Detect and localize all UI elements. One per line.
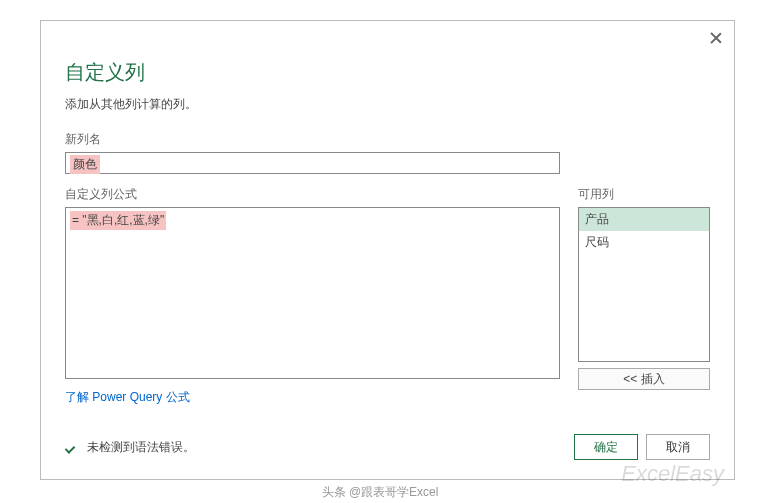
list-item[interactable]: 产品 — [579, 208, 709, 231]
ok-button[interactable]: 确定 — [574, 434, 638, 460]
status-message: 未检测到语法错误。 — [65, 439, 195, 456]
dialog-title: 自定义列 — [65, 59, 710, 86]
dialog-subtitle: 添加从其他列计算的列。 — [65, 96, 710, 113]
check-icon — [65, 440, 79, 454]
new-column-name-input[interactable]: 颜色 — [65, 152, 560, 174]
formula-value: = "黑,白,红,蓝,绿" — [70, 211, 166, 230]
custom-column-dialog: 自定义列 添加从其他列计算的列。 新列名 颜色 自定义列公式 = "黑,白,红,… — [40, 20, 735, 480]
available-columns-label: 可用列 — [578, 186, 710, 203]
available-columns-list[interactable]: 产品 尺码 — [578, 207, 710, 362]
close-icon[interactable] — [708, 31, 724, 47]
formula-label: 自定义列公式 — [65, 186, 560, 203]
attribution: 头条 @跟表哥学Excel — [0, 484, 760, 501]
insert-button[interactable]: << 插入 — [578, 368, 710, 390]
learn-link[interactable]: 了解 Power Query 公式 — [65, 389, 190, 406]
list-item[interactable]: 尺码 — [579, 231, 709, 254]
formula-input[interactable]: = "黑,白,红,蓝,绿" — [65, 207, 560, 379]
status-text: 未检测到语法错误。 — [87, 439, 195, 456]
new-column-name-label: 新列名 — [65, 131, 710, 148]
cancel-button[interactable]: 取消 — [646, 434, 710, 460]
new-column-name-value: 颜色 — [70, 155, 100, 174]
